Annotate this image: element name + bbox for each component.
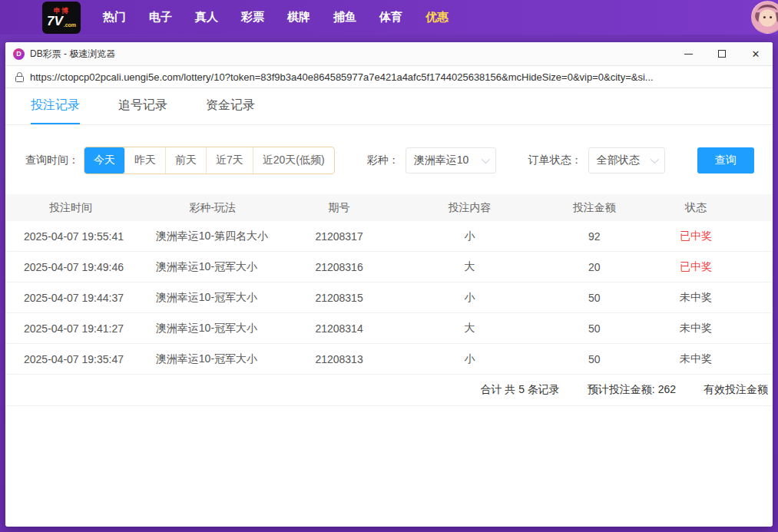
order-status-filter-label: 订单状态：: [528, 154, 582, 167]
table-row: 2025-04-07 19:35:47 澳洲幸运10-冠军大小 21208313…: [5, 344, 773, 375]
summary-total-records: 合计 共 5 条记录: [480, 383, 559, 397]
nav-item-live[interactable]: 真人: [184, 5, 230, 29]
cell-bet-time: 2025-04-07 19:35:47: [5, 353, 136, 365]
header-bet-content: 投注内容: [389, 201, 550, 215]
lock-icon: [15, 72, 24, 82]
cell-bet-content: 大: [389, 322, 550, 335]
cell-bet-time: 2025-04-07 19:44:37: [5, 292, 136, 304]
time-option-today[interactable]: 今天: [84, 147, 124, 173]
lottery-filter-label: 彩种：: [367, 154, 399, 167]
cell-bet-content: 小: [389, 352, 550, 366]
cell-bet-time: 2025-04-07 19:49:46: [5, 261, 136, 273]
nav-item-lottery[interactable]: 彩票: [230, 5, 276, 29]
cell-issue: 21208313: [290, 353, 389, 365]
window-titlebar: D DB彩票 - 极速浏览器 ✕: [5, 42, 773, 66]
cell-bet-time: 2025-04-07 19:55:41: [5, 230, 136, 243]
time-range-group: 今天 昨天 前天 近7天 近20天(低频): [84, 147, 335, 174]
chevron-down-icon: [481, 155, 489, 164]
cell-game-play: 澳洲幸运10-冠军大小: [136, 322, 290, 335]
nav-item-sports[interactable]: 体育: [368, 5, 414, 29]
table-header-row: 投注时间 彩种-玩法 期号 投注内容 投注金额 状态: [5, 194, 773, 221]
status-cell: 已中奖: [638, 260, 753, 274]
header-bet-amount: 投注金额: [550, 201, 638, 215]
address-bar: https://ctopcp02pcali.uengi5e.com/lotter…: [5, 66, 773, 88]
table-row: 2025-04-07 19:41:27 澳洲幸运10-冠军大小 21208314…: [5, 313, 773, 344]
maximize-button[interactable]: [705, 42, 739, 65]
header-game-play: 彩种-玩法: [136, 201, 290, 215]
cell-bet-amount: 50: [550, 353, 638, 365]
cell-bet-content: 小: [389, 291, 550, 305]
record-tabs: 投注记录 追号记录 资金记录: [5, 88, 773, 125]
order-status-select-value: 全部状态: [597, 154, 640, 167]
user-avatar[interactable]: [751, 1, 778, 34]
cell-bet-amount: 50: [550, 292, 638, 304]
cell-game-play: 澳洲幸运10-冠军大小: [136, 291, 290, 305]
cell-issue: 21208314: [290, 322, 389, 335]
summary-expected-amount: 预计投注金额: 262: [588, 383, 676, 397]
browser-window: D DB彩票 - 极速浏览器 ✕ https://ctopcp02pcali.u…: [5, 42, 773, 527]
status-cell: 未中奖: [638, 322, 753, 335]
cell-bet-content: 大: [389, 260, 550, 274]
time-filter-label: 查询时间：: [25, 154, 79, 167]
nav-item-cards[interactable]: 棋牌: [276, 5, 322, 29]
cell-bet-time: 2025-04-07 19:41:27: [5, 322, 136, 335]
cell-game-play: 澳洲幸运10-冠军大小: [136, 352, 290, 366]
tab-chase-records[interactable]: 追号记录: [118, 88, 167, 124]
cell-game-play: 澳洲幸运10-冠军大小: [136, 260, 290, 274]
minimize-icon: [684, 54, 693, 55]
cell-bet-amount: 20: [550, 261, 638, 273]
avatar-image: [752, 2, 778, 33]
cell-bet-amount: 92: [550, 230, 638, 243]
summary-valid-amount: 有效投注金额: [704, 383, 768, 397]
lottery-select-value: 澳洲幸运10: [414, 154, 469, 167]
order-status-select[interactable]: 全部状态: [588, 147, 665, 173]
table-row: 2025-04-07 19:44:37 澳洲幸运10-冠军大小 21208315…: [5, 283, 773, 313]
status-cell: 未中奖: [638, 352, 753, 366]
window-title: DB彩票 - 极速浏览器: [30, 48, 115, 61]
page-content: 投注记录 追号记录 资金记录 查询时间： 今天 昨天 前天 近7天 近20天(低…: [5, 88, 773, 406]
logo-brand-main: 7V.com: [47, 15, 76, 28]
nav-item-slots[interactable]: 电子: [137, 5, 184, 29]
time-option-20days[interactable]: 近20天(低频): [253, 147, 334, 173]
url-text[interactable]: https://ctopcp02pcali.uengi5e.com/lotter…: [30, 71, 763, 83]
site-logo[interactable]: 申博 7V.com: [42, 2, 81, 34]
lottery-select[interactable]: 澳洲幸运10: [406, 147, 496, 173]
minimize-button[interactable]: [671, 42, 705, 65]
nav-item-fishing[interactable]: 捕鱼: [322, 5, 368, 29]
cell-issue: 21208315: [290, 292, 389, 304]
site-header: 申博 7V.com 热门 电子 真人 彩票 棋牌 捕鱼 体育 优惠: [0, 0, 778, 35]
chevron-down-icon: [650, 155, 658, 164]
filter-bar: 查询时间： 今天 昨天 前天 近7天 近20天(低频) 彩种： 澳洲幸运10 订…: [25, 147, 773, 174]
cell-issue: 21208316: [290, 261, 389, 273]
time-option-daybefore[interactable]: 前天: [165, 147, 206, 173]
close-button[interactable]: ✕: [739, 42, 773, 65]
cell-bet-content: 小: [389, 230, 550, 243]
window-controls: ✕: [671, 42, 773, 65]
header-issue: 期号: [290, 201, 389, 215]
status-cell: 未中奖: [638, 291, 753, 305]
tab-fund-records[interactable]: 资金记录: [206, 88, 255, 124]
table-row: 2025-04-07 19:55:41 澳洲幸运10-第四名大小 2120831…: [5, 221, 773, 252]
time-option-yesterday[interactable]: 昨天: [124, 147, 165, 173]
cell-bet-amount: 50: [550, 322, 638, 335]
main-nav: 热门 电子 真人 彩票 棋牌 捕鱼 体育 优惠: [91, 5, 460, 29]
table-row: 2025-04-07 19:49:46 澳洲幸运10-冠军大小 21208316…: [5, 252, 773, 283]
cell-issue: 21208317: [290, 230, 389, 243]
table-summary-row: 合计 共 5 条记录 预计投注金额: 262 有效投注金额: [5, 375, 773, 406]
cell-game-play: 澳洲幸运10-第四名大小: [136, 230, 290, 243]
search-button[interactable]: 查询: [697, 147, 754, 173]
header-bet-time: 投注时间: [5, 201, 136, 215]
nav-item-hot[interactable]: 热门: [91, 5, 137, 29]
bet-records-table: 投注时间 彩种-玩法 期号 投注内容 投注金额 状态 2025-04-07 19…: [5, 194, 773, 406]
header-status: 状态: [638, 201, 753, 215]
status-cell: 已中奖: [638, 230, 753, 243]
time-option-7days[interactable]: 近7天: [206, 147, 253, 173]
maximize-icon: [718, 50, 726, 58]
db-lottery-favicon-icon: D: [13, 48, 25, 60]
nav-item-promo[interactable]: 优惠: [414, 5, 460, 29]
tab-bet-records[interactable]: 投注记录: [31, 88, 80, 124]
